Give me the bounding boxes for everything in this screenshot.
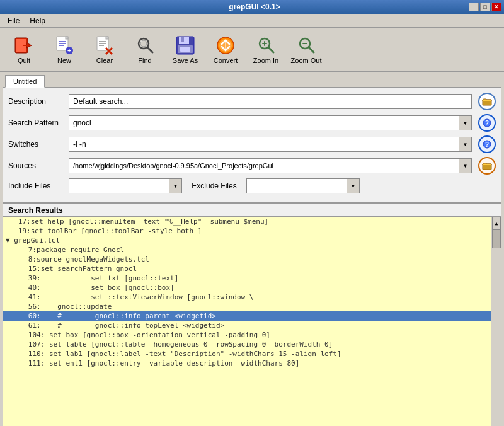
result-line[interactable]: 60: # gnocl::info parent <widgetid>: [3, 311, 501, 321]
clear-label: Clear: [96, 57, 113, 64]
result-line[interactable]: 111: set ent1 [gnocl::entry -variable de…: [3, 359, 501, 368]
exclude-files-input[interactable]: [246, 178, 347, 193]
result-line[interactable]: ▼ grepGui.tcl: [3, 236, 501, 245]
zoomout-icon: [296, 35, 316, 55]
tab-bar: Untitled: [0, 72, 504, 87]
result-line[interactable]: 15:set searchPattern gnocl: [3, 264, 501, 273]
sources-input-wrapper: ▼: [69, 158, 472, 173]
result-line[interactable]: 56: gnocl::update: [3, 302, 501, 311]
description-row: Description: [8, 93, 496, 110]
svg-text:+: +: [67, 47, 71, 54]
zoomin-button[interactable]: Zoom In: [247, 31, 285, 69]
exclude-files-label: Exclude Files: [186, 181, 243, 190]
result-line[interactable]: 17:set help [gnocl::menuItem -text "%__H…: [3, 217, 501, 226]
result-line[interactable]: 104: set box [gnocl::box -orientation ve…: [3, 330, 501, 340]
include-files-label: Include Files: [8, 181, 65, 190]
svg-text:?: ?: [485, 120, 489, 127]
result-line[interactable]: 8:source gnoclMegaWidgets.tcl: [3, 255, 501, 264]
saveas-icon: [175, 35, 195, 55]
description-input[interactable]: [69, 94, 472, 109]
include-input-wrap: ▼: [69, 178, 182, 193]
quit-label: Quit: [18, 57, 30, 64]
svg-rect-28: [180, 47, 190, 52]
window-title: grepGUI <0.1>: [40, 3, 469, 11]
exclude-input-wrap: ▼: [246, 178, 360, 193]
sources-input[interactable]: [69, 158, 459, 173]
find-icon: [135, 35, 155, 55]
svg-rect-26: [181, 37, 184, 42]
menu-help[interactable]: Help: [25, 15, 50, 26]
saveas-button[interactable]: Save As: [166, 31, 204, 69]
result-line[interactable]: 39: set txt [gnocl::text]: [3, 273, 501, 283]
maximize-button[interactable]: □: [480, 3, 490, 11]
convert-label: Convert: [214, 57, 238, 64]
search-pattern-input[interactable]: [69, 115, 459, 130]
zoomin-icon: [256, 35, 276, 55]
svg-line-23: [141, 41, 142, 42]
exclude-files-dropdown[interactable]: ▼: [347, 178, 360, 193]
switches-dropdown[interactable]: ▼: [459, 137, 472, 152]
results-scroll[interactable]: 17:set help [gnocl::menuItem -text "%__H…: [3, 217, 501, 426]
search-pattern-row: Search Pattern ▼ ?: [8, 114, 496, 132]
description-folder-button[interactable]: [478, 93, 496, 110]
result-line[interactable]: 40: set box [gnocl::box]: [3, 283, 501, 292]
convert-button[interactable]: Convert: [207, 31, 244, 69]
result-line[interactable]: 61: # gnocl::info topLevel <widgetid>: [3, 321, 501, 330]
sources-dropdown[interactable]: ▼: [459, 158, 472, 173]
result-line[interactable]: 107: set table [gnocl::table -homogeneou…: [3, 340, 501, 349]
window-controls: _ □ ✕: [469, 3, 501, 11]
search-pattern-input-wrapper: ▼: [69, 115, 472, 130]
title-bar: grepGUI <0.1> _ □ ✕: [0, 0, 504, 14]
zoomin-label: Zoom In: [253, 57, 278, 64]
switches-input[interactable]: [69, 137, 459, 152]
include-exclude-row: Include Files ▼ Exclude Files ▼: [8, 178, 496, 193]
new-label: New: [57, 57, 71, 64]
new-button[interactable]: + New: [45, 31, 83, 69]
zoomout-label: Zoom Out: [291, 57, 322, 64]
search-pattern-label: Search Pattern: [8, 118, 65, 127]
svg-line-33: [268, 47, 273, 52]
quit-button[interactable]: Quit: [5, 31, 43, 69]
saveas-label: Save As: [173, 57, 198, 64]
result-line[interactable]: 110: set lab1 [gnocl::label -text "Descr…: [3, 349, 501, 359]
convert-icon: [215, 35, 236, 55]
zoomout-button[interactable]: Zoom Out: [287, 31, 325, 69]
svg-text:?: ?: [485, 141, 489, 148]
switches-label: Switches: [8, 140, 65, 149]
description-label: Description: [8, 97, 65, 106]
switches-row: Switches ▼ ?: [8, 135, 496, 153]
minimize-button[interactable]: _: [469, 3, 479, 11]
sources-folder-button[interactable]: [478, 157, 496, 175]
main-form-area: Description Search Pattern ▼ ?: [3, 87, 501, 203]
svg-rect-6: [66, 37, 68, 39]
search-pattern-help-button[interactable]: ?: [478, 114, 496, 132]
switches-input-wrapper: ▼: [69, 137, 472, 152]
result-line[interactable]: 19:set toolBar [gnocl::toolBar -style bo…: [3, 226, 501, 236]
clear-button[interactable]: Clear: [86, 31, 123, 69]
include-files-input[interactable]: [69, 178, 169, 193]
result-line[interactable]: 41: set ::textViewerWindow [gnocl::windo…: [3, 292, 501, 302]
tab-untitled[interactable]: Untitled: [5, 75, 45, 88]
find-label: Find: [138, 57, 151, 64]
find-button[interactable]: Find: [126, 31, 164, 69]
sources-label: Sources: [8, 161, 65, 170]
toolbar: Quit + New: [0, 28, 504, 72]
clear-icon: [94, 35, 115, 55]
close-button[interactable]: ✕: [491, 3, 501, 11]
menu-file[interactable]: File: [3, 15, 25, 26]
result-line[interactable]: 7:package require Gnocl: [3, 245, 501, 255]
sources-row: Sources ▼: [8, 157, 496, 175]
results-area[interactable]: 17:set help [gnocl::menuItem -text "%__H…: [3, 216, 501, 426]
switches-help-button[interactable]: ?: [478, 135, 496, 153]
svg-line-37: [309, 47, 314, 52]
menu-bar: File Help: [0, 14, 504, 28]
svg-line-21: [147, 47, 152, 52]
new-icon: +: [54, 35, 74, 55]
include-files-dropdown[interactable]: ▼: [169, 178, 182, 193]
search-pattern-dropdown[interactable]: ▼: [459, 115, 472, 130]
svg-rect-14: [106, 37, 108, 39]
results-label: Search Results: [3, 203, 501, 216]
quit-icon: [14, 35, 34, 55]
